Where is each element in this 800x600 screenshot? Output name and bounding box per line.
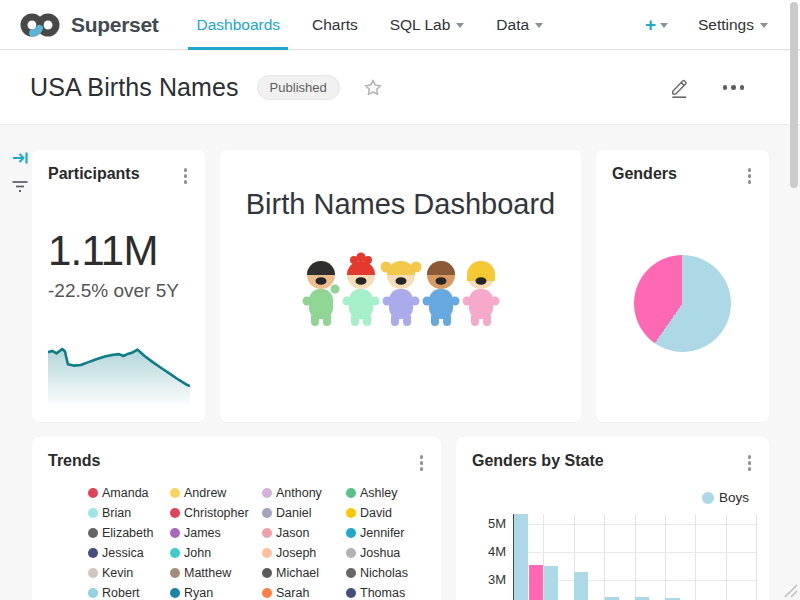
legend-swatch — [170, 488, 180, 498]
legend-label: Joshua — [360, 546, 400, 560]
legend-label: Kevin — [102, 566, 133, 580]
legend-item-elizabeth[interactable]: Elizabeth — [88, 527, 170, 540]
y-axis-tick-label: 5M — [462, 516, 506, 531]
legend-item-brian[interactable]: Brian — [88, 507, 170, 520]
legend-item-christopher[interactable]: Christopher — [170, 507, 262, 520]
trends-legend: AmandaAndrewAnthonyAshleyBrianChristophe… — [88, 487, 441, 600]
legend-item-jason[interactable]: Jason — [262, 527, 346, 540]
legend-label: Anthony — [276, 486, 322, 500]
nav-item-label: SQL Lab — [390, 16, 451, 34]
genders-chart-card: Genders — [596, 150, 769, 422]
resize-handle-icon[interactable] — [783, 583, 798, 598]
legend-swatch — [170, 508, 180, 518]
legend-item-michael[interactable]: Michael — [262, 567, 346, 580]
participants-trendline-chart[interactable] — [48, 340, 190, 404]
vertical-scrollbar-thumb[interactable] — [790, 2, 798, 188]
nav-item-sql-lab[interactable]: SQL Lab — [390, 0, 465, 50]
legend-swatch — [346, 528, 356, 538]
legend-item-amanda[interactable]: Amanda — [88, 487, 170, 500]
legend-label: Sarah — [276, 586, 309, 600]
favorite-star-button[interactable] — [362, 77, 384, 99]
legend-swatch — [262, 588, 272, 598]
filters-button[interactable] — [11, 179, 29, 194]
legend-item-andrew[interactable]: Andrew — [170, 487, 262, 500]
legend-item-joseph[interactable]: Joseph — [262, 547, 346, 560]
new-item-button[interactable]: + — [645, 15, 668, 34]
legend-item-jennifer[interactable]: Jennifer — [346, 527, 436, 540]
legend-label: Brian — [102, 506, 131, 520]
superset-logo[interactable]: Superset — [18, 10, 158, 40]
legend-swatch — [88, 548, 98, 558]
expand-arrow-icon — [12, 150, 29, 166]
bar-boys-1 — [544, 566, 558, 600]
dashboard-title: USA Births Names — [30, 73, 239, 102]
legend-swatch — [346, 508, 356, 518]
legend-swatch — [88, 508, 98, 518]
legend-swatch — [170, 528, 180, 538]
legend-item-john[interactable]: John — [170, 547, 262, 560]
legend-item-nicholas[interactable]: Nicholas — [346, 567, 436, 580]
legend-item-daniel[interactable]: Daniel — [262, 507, 346, 520]
chart-title: Participants — [48, 165, 140, 183]
genders-pie-chart[interactable] — [634, 255, 731, 352]
chevron-down-icon — [535, 23, 543, 28]
legend-item-anthony[interactable]: Anthony — [262, 487, 346, 500]
legend-item-thomas[interactable]: Thomas — [346, 587, 436, 600]
chevron-down-icon — [660, 23, 668, 28]
chevron-down-icon — [760, 23, 768, 28]
nav-menu: DashboardsChartsSQL LabData — [164, 0, 543, 50]
legend-label: Ashley — [360, 486, 398, 500]
legend-item-robert[interactable]: Robert — [88, 587, 170, 600]
legend-label: Michael — [276, 566, 319, 580]
nav-item-label: Charts — [312, 16, 358, 34]
legend-swatch — [88, 528, 98, 538]
legend-item-jessica[interactable]: Jessica — [88, 547, 170, 560]
legend-label: Amanda — [102, 486, 149, 500]
nav-right-section: + Settings — [645, 15, 782, 34]
legend-label: Matthew — [184, 566, 231, 580]
dashboard-header: USA Births Names Published — [0, 51, 800, 125]
legend-label: Elizabeth — [102, 526, 153, 540]
legend-swatch — [88, 568, 98, 578]
legend-label: Christopher — [184, 506, 249, 520]
genders-by-state-bar-chart[interactable]: 5M4M3M — [456, 437, 769, 600]
legend-item-ashley[interactable]: Ashley — [346, 487, 436, 500]
nav-item-charts[interactable]: Charts — [312, 0, 358, 50]
top-navbar: Superset DashboardsChartsSQL LabData + S… — [0, 0, 800, 50]
legend-swatch — [346, 568, 356, 578]
infinity-logo-icon — [18, 10, 62, 40]
more-actions-button[interactable] — [719, 81, 749, 94]
settings-menu[interactable]: Settings — [698, 16, 768, 34]
legend-item-ryan[interactable]: Ryan — [170, 587, 262, 600]
legend-label: Andrew — [184, 486, 226, 500]
chart-menu-button[interactable] — [744, 165, 756, 187]
legend-item-sarah[interactable]: Sarah — [262, 587, 346, 600]
brand-name: Superset — [71, 13, 158, 37]
legend-item-david[interactable]: David — [346, 507, 436, 520]
nav-item-dashboards[interactable]: Dashboards — [196, 0, 280, 50]
legend-swatch — [346, 548, 356, 558]
chart-menu-button[interactable] — [180, 165, 192, 187]
legend-label: Jennifer — [360, 526, 404, 540]
big-number-value: 1.11M — [48, 227, 205, 275]
chart-title: Genders — [612, 165, 677, 183]
expand-filters-button[interactable] — [12, 150, 29, 166]
chevron-down-icon — [456, 23, 464, 28]
header-actions — [668, 75, 771, 100]
chart-menu-button[interactable] — [416, 452, 428, 474]
legend-item-matthew[interactable]: Matthew — [170, 567, 262, 580]
legend-item-james[interactable]: James — [170, 527, 262, 540]
nav-item-data[interactable]: Data — [496, 0, 543, 50]
legend-item-kevin[interactable]: Kevin — [88, 567, 170, 580]
published-badge[interactable]: Published — [257, 75, 340, 100]
legend-item-joshua[interactable]: Joshua — [346, 547, 436, 560]
nav-item-label: Data — [496, 16, 529, 34]
legend-swatch — [170, 588, 180, 598]
legend-label: Jason — [276, 526, 309, 540]
legend-label: Joseph — [276, 546, 316, 560]
plus-icon: + — [645, 15, 656, 34]
legend-swatch — [262, 568, 272, 578]
edit-dashboard-button[interactable] — [668, 75, 691, 100]
legend-swatch — [170, 568, 180, 578]
legend-swatch — [346, 588, 356, 598]
